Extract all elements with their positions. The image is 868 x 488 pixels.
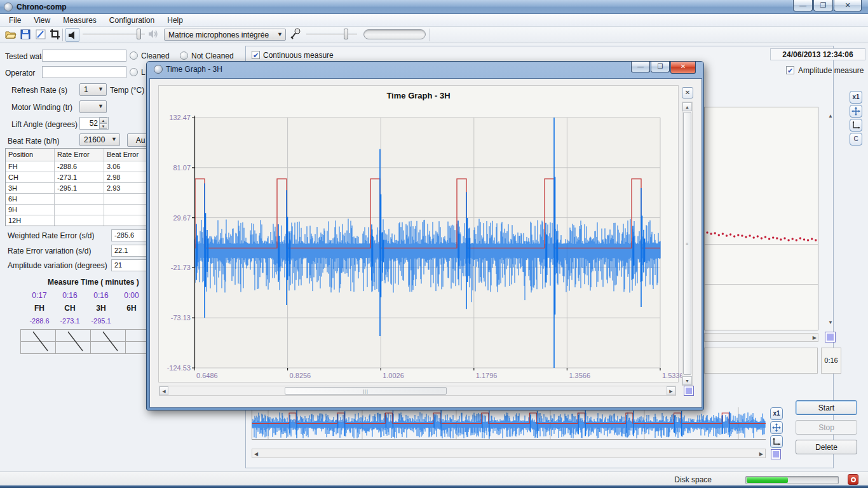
tested-watch-input[interactable] xyxy=(42,50,126,62)
motor-winding-select[interactable]: ▼ xyxy=(79,100,107,113)
volume-slider-track[interactable] xyxy=(83,34,145,35)
weighted-rate-error-value: -285.6 xyxy=(111,229,151,241)
temp-label: Temp (°C) xyxy=(110,86,144,95)
overview-corner-button[interactable] xyxy=(771,449,781,459)
child-close-button[interactable]: ✕ xyxy=(670,62,696,74)
menu-view[interactable]: View xyxy=(27,15,57,26)
menu-file[interactable]: File xyxy=(3,15,27,26)
scroll-up-icon[interactable]: ▲ xyxy=(828,113,833,119)
menu-configuration[interactable]: Configuration xyxy=(103,15,161,26)
elapsed-time: 0:16 xyxy=(824,356,837,364)
delete-button[interactable]: Delete xyxy=(796,440,857,454)
time-graph-window[interactable]: Time Graph - 3H — ❐ ✕ Time Graph - 3H ✕ … xyxy=(146,61,704,410)
speaker-output-icon xyxy=(148,29,158,39)
table-header-row: Position Rate Error Beat Error xyxy=(6,149,163,161)
elapsed-time-box: 0:16 xyxy=(821,348,841,374)
measure-time-fh: 0:17 xyxy=(24,291,55,300)
record-button[interactable] xyxy=(848,474,858,485)
table-row[interactable]: 9H xyxy=(6,204,163,215)
hscroll-thumb[interactable]: ||| xyxy=(285,387,447,395)
signal-overview-chart xyxy=(252,405,766,442)
chevron-down-icon: ▼ xyxy=(98,86,104,92)
cleaned-label: Cleaned xyxy=(141,51,170,60)
lift-angle-label: Lift Angle (degrees) xyxy=(11,120,78,129)
gain-slider-track[interactable] xyxy=(306,34,357,35)
edit-icon[interactable] xyxy=(36,29,46,39)
lubricated-radio[interactable] xyxy=(130,68,138,76)
center-button[interactable]: C xyxy=(850,133,862,146)
microphone-selector[interactable]: Matrice microphones intégrée ▼ xyxy=(164,29,286,41)
chart-close-button[interactable]: ✕ xyxy=(682,87,693,98)
vscroll-thumb[interactable]: ≡ xyxy=(683,112,691,375)
amplitude-measure-checkbox[interactable]: ✔ xyxy=(786,66,794,74)
record-icon xyxy=(851,477,856,482)
overview-axes-button[interactable] xyxy=(770,435,783,448)
microphone-icon[interactable] xyxy=(290,28,301,41)
gain-slider-thumb[interactable] xyxy=(344,29,348,39)
chart-hscrollbar[interactable]: ◀ ||| ▶ xyxy=(159,386,676,396)
table-row[interactable]: FH -288.6 3.06 xyxy=(6,161,163,172)
pan-button[interactable] xyxy=(850,105,862,118)
close-icon: ✕ xyxy=(844,1,850,9)
move-arrows-icon xyxy=(772,423,781,432)
plot-corner-button[interactable] xyxy=(825,332,836,342)
zoom-reset-label: x1 xyxy=(773,410,780,417)
amplitude-trend-points xyxy=(705,226,818,254)
x-tick-label: 1.0026 xyxy=(383,372,404,379)
scroll-up-icon[interactable]: ▲ xyxy=(682,102,692,111)
amplitude-plot-hscrollbar[interactable]: ▶ xyxy=(704,333,818,342)
speaker-toggle-button[interactable] xyxy=(65,28,79,42)
rate-error-variation-label: Rate Error variation (s/d) xyxy=(8,247,91,255)
amplitude-measure-label: Amplitude measure xyxy=(798,66,864,75)
cell-position: 9H xyxy=(6,204,55,215)
operator-input[interactable] xyxy=(42,66,126,78)
overview-pan-button[interactable] xyxy=(770,421,783,434)
menu-help[interactable]: Help xyxy=(161,15,189,26)
table-row[interactable]: 3H -295.1 2.93 xyxy=(6,182,163,193)
chart-vscrollbar[interactable]: ▲ ≡ ▼ xyxy=(682,102,693,386)
table-row[interactable]: CH -273.1 2.98 xyxy=(6,172,163,182)
zoom-reset-button[interactable]: x1 xyxy=(850,91,862,104)
stop-button[interactable]: Stop xyxy=(796,420,857,435)
refresh-rate-select[interactable]: 1 ▼ xyxy=(79,83,107,96)
measure-time-6h: 0:00 xyxy=(116,291,147,300)
axes-button[interactable] xyxy=(850,119,862,132)
scroll-down-icon[interactable]: ▼ xyxy=(828,320,833,325)
scroll-right-icon[interactable]: ▶ xyxy=(813,335,817,341)
child-minimize-button[interactable]: — xyxy=(631,62,650,72)
stepper-up-icon[interactable]: ▲ xyxy=(99,118,107,123)
axes-icon xyxy=(772,437,781,446)
x-tick-label: 1.5336 xyxy=(662,372,684,379)
cell-position: 3H xyxy=(6,182,55,193)
refresh-rate-value: 1 xyxy=(84,85,88,94)
scroll-left-icon[interactable]: ◀ xyxy=(159,386,168,395)
table-row[interactable]: 12H xyxy=(6,215,163,226)
beat-rate-select[interactable]: 21600 ▼ xyxy=(79,133,120,146)
table-row[interactable]: 6H xyxy=(6,193,163,204)
overview-hscrollbar[interactable]: ◀ ▶ xyxy=(252,449,766,458)
close-icon: ✕ xyxy=(685,89,690,96)
window-title: Chrono-comp xyxy=(17,3,67,11)
lift-angle-stepper[interactable]: 52 ▲ ▼ xyxy=(79,117,109,130)
save-icon[interactable] xyxy=(20,29,31,39)
scroll-left-icon[interactable]: ◀ xyxy=(254,451,258,457)
scroll-down-icon[interactable]: ▼ xyxy=(682,376,692,385)
volume-slider-thumb[interactable] xyxy=(137,29,141,39)
cleaned-radio[interactable] xyxy=(130,51,138,60)
open-file-icon[interactable] xyxy=(5,29,17,39)
continuous-measure-checkbox[interactable]: ✔ xyxy=(252,51,260,59)
restore-button[interactable]: ❐ xyxy=(813,0,833,11)
menu-measures[interactable]: Measures xyxy=(57,15,103,26)
crop-icon[interactable] xyxy=(50,29,61,40)
not-cleaned-radio[interactable] xyxy=(180,51,188,60)
scroll-right-icon[interactable]: ▶ xyxy=(759,451,763,457)
start-button[interactable]: Start xyxy=(796,400,857,415)
minimize-button[interactable]: — xyxy=(793,0,813,11)
overview-zoom-reset-button[interactable]: x1 xyxy=(770,407,783,420)
x-tick-label: 0.8256 xyxy=(290,372,311,379)
scroll-right-icon[interactable]: ▶ xyxy=(667,386,675,395)
close-button[interactable]: ✕ xyxy=(834,0,862,11)
chart-corner-button[interactable] xyxy=(684,386,694,396)
child-maximize-button[interactable]: ❐ xyxy=(651,62,670,72)
stepper-down-icon[interactable]: ▼ xyxy=(99,123,107,129)
